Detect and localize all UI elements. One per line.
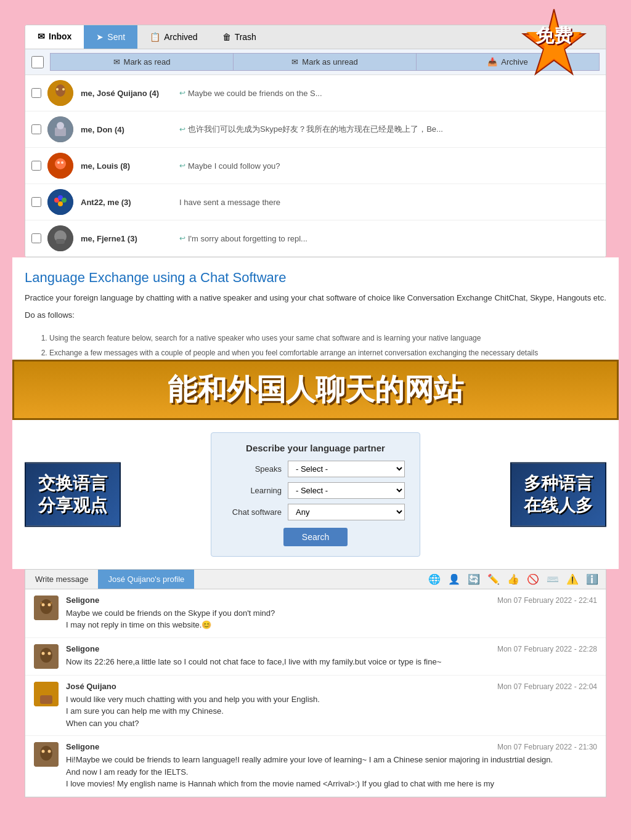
avatar: [47, 153, 73, 179]
tab-write-message[interactable]: Write message: [25, 570, 98, 589]
select-all-checkbox[interactable]: [31, 56, 44, 68]
block-icon[interactable]: 🚫: [524, 570, 542, 588]
message-checkbox[interactable]: [31, 124, 41, 134]
message-sender: me, Don (4): [81, 125, 179, 134]
mark-unread-button[interactable]: ✉ Mark as unread: [234, 53, 417, 71]
step-1: Using the search feature below, search f…: [49, 332, 606, 344]
svg-point-35: [40, 746, 52, 761]
list-item: Seligone Mon 07 February 2022 - 22:28 No…: [25, 638, 606, 676]
chat-username: José Quijano: [66, 682, 116, 691]
mianfei-text: 免费: [535, 23, 572, 49]
chat-messages: Seligone Mon 07 February 2022 - 22:41 Ma…: [25, 589, 606, 797]
message-header: Seligone Mon 07 February 2022 - 22:28: [66, 644, 597, 653]
avatar: [47, 189, 73, 215]
form-title: Describe your language partner: [226, 443, 405, 453]
keyboard-icon[interactable]: ⌨️: [544, 570, 561, 588]
list-item: José Quijano Mon 07 February 2022 - 22:0…: [25, 676, 606, 737]
user-icon[interactable]: 👤: [446, 570, 463, 588]
chat-text: Maybe we could be friends on the Skype i…: [66, 607, 597, 631]
svg-rect-33: [40, 695, 52, 704]
chinese-headline: 能和外国人聊天的网站: [12, 360, 619, 420]
promo-headline-section: Using the search feature below, search f…: [12, 332, 619, 420]
avatar: [47, 116, 73, 142]
promo-box-right: 多种语言 在线人多: [510, 462, 606, 527]
chat-text: Hi!Maybe we could be friends to learn la…: [66, 754, 597, 790]
chat-username: Seligone: [66, 644, 99, 653]
message-preview: ↩ Maybe we could be friends on the S...: [179, 89, 322, 98]
tab-inbox[interactable]: ✉ Inbox: [25, 25, 84, 49]
message-content: Seligone Mon 07 February 2022 - 21:30 Hi…: [66, 742, 597, 790]
message-checkbox[interactable]: [31, 197, 41, 207]
svg-point-15: [58, 201, 63, 206]
svg-point-3: [62, 88, 65, 91]
warning-icon[interactable]: ⚠️: [564, 570, 581, 588]
chat-timestamp: Mon 07 February 2022 - 21:30: [497, 743, 597, 751]
table-row[interactable]: me, Fjerne1 (3) ↩ I'm sorry about forget…: [25, 220, 606, 257]
chat-text: Now its 22:26 here,a little late so I co…: [66, 656, 597, 668]
svg-point-36: [42, 750, 45, 753]
lang-exchange-desc: Practice your foreign language by chatti…: [25, 292, 606, 304]
message-sender: me, Fjerne1 (3): [81, 234, 179, 243]
avatar: [34, 596, 59, 620]
speaks-row: Speaks - Select -: [226, 461, 405, 477]
message-sender: me, Louis (8): [81, 161, 179, 171]
refresh-icon[interactable]: 🔄: [465, 570, 482, 588]
list-item: Seligone Mon 07 February 2022 - 22:41 Ma…: [25, 589, 606, 638]
svg-point-24: [48, 603, 51, 606]
inbox-section: ✉ Inbox ➤ Sent 📋 Archived 🗑 Trash ✉ Mark…: [12, 12, 619, 257]
message-checkbox[interactable]: [31, 233, 41, 243]
svg-point-2: [56, 88, 59, 91]
speaks-label: Speaks: [226, 464, 282, 474]
lang-exchange-title: Language Exchange using a Chat Software: [25, 270, 606, 286]
mark-read-button[interactable]: ✉ Mark as read: [50, 53, 234, 71]
do-as-follows: Do as follows:: [25, 309, 606, 321]
message-checkbox[interactable]: [31, 88, 41, 98]
chat-timestamp: Mon 07 February 2022 - 22:04: [497, 682, 597, 691]
promo-box-left: 交换语言 分享观点: [25, 462, 121, 527]
message-checkbox[interactable]: [31, 161, 41, 171]
search-button[interactable]: Search: [283, 528, 348, 546]
learning-select[interactable]: - Select -: [288, 482, 405, 499]
info-icon[interactable]: ℹ️: [584, 570, 601, 588]
message-sender: me, José Quijano (4): [81, 89, 179, 98]
reply-icon: ↩: [179, 234, 185, 243]
chat-timestamp: Mon 07 February 2022 - 22:41: [497, 596, 597, 605]
chat-label: Chat software: [226, 507, 282, 517]
avatar: [34, 682, 59, 706]
chat-text: I would like very much chatting with you…: [66, 693, 597, 730]
tab-trash[interactable]: 🗑 Trash: [210, 25, 269, 49]
speaks-select[interactable]: - Select -: [288, 461, 405, 477]
chat-tabs: Write message José Quijano's profile 🌐 👤…: [25, 570, 606, 589]
lang-steps: Using the search feature below, search f…: [37, 332, 606, 360]
avatar: [47, 225, 73, 251]
svg-point-28: [40, 648, 52, 663]
tab-archived[interactable]: 📋 Archived: [137, 25, 210, 49]
avatar: [34, 742, 59, 767]
svg-point-1: [55, 84, 65, 97]
table-row[interactable]: Ant22, me (3) I have sent a message ther…: [25, 184, 606, 220]
svg-rect-18: [56, 239, 65, 244]
table-row[interactable]: me, Louis (8) ↩ Maybe I could follow you…: [25, 148, 606, 184]
message-list: me, José Quijano (4) ↩ Maybe we could be…: [25, 75, 606, 257]
message-content: Seligone Mon 07 February 2022 - 22:41 Ma…: [66, 596, 597, 631]
learning-row: Learning - Select -: [226, 482, 405, 499]
message-header: Seligone Mon 07 February 2022 - 22:41: [66, 596, 597, 605]
tab-sent[interactable]: ➤ Sent: [84, 25, 137, 49]
chat-timestamp: Mon 07 February 2022 - 22:28: [497, 645, 597, 653]
thumbsup-icon[interactable]: 👍: [505, 570, 522, 588]
svg-point-14: [62, 198, 67, 203]
step-2: Exchange a few messages with a couple of…: [49, 347, 606, 359]
edit-icon[interactable]: ✏️: [485, 570, 502, 588]
avatar: [47, 80, 73, 106]
table-row[interactable]: me, Don (4) ↩ 也许我们可以先成为Skype好友？我所在的地方现在已…: [25, 111, 606, 148]
message-header: José Quijano Mon 07 February 2022 - 22:0…: [66, 682, 597, 691]
chat-section: Write message José Quijano's profile 🌐 👤…: [12, 569, 619, 810]
globe-icon[interactable]: 🌐: [426, 570, 443, 588]
message-preview: ↩ Maybe I could follow you?: [179, 161, 280, 171]
chat-select[interactable]: Any: [288, 504, 405, 520]
learning-label: Learning: [226, 486, 282, 495]
reply-icon: ↩: [179, 125, 185, 134]
avatar: [34, 644, 59, 669]
message-content: José Quijano Mon 07 February 2022 - 22:0…: [66, 682, 597, 730]
tab-profile[interactable]: José Quijano's profile: [98, 570, 194, 589]
